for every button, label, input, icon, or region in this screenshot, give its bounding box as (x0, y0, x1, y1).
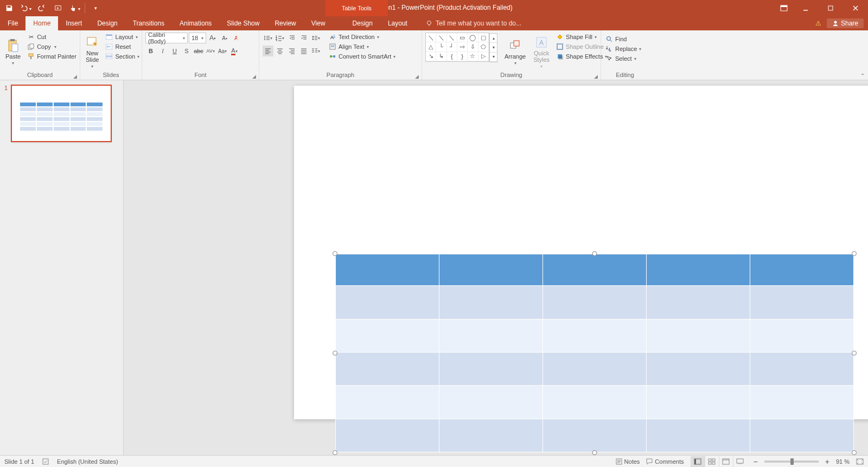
selection-handle-ne[interactable] (852, 251, 857, 256)
spellcheck-icon[interactable] (42, 458, 49, 465)
cut-button[interactable]: ✂Cut (26, 33, 78, 41)
shape-action-icon[interactable]: ▷ (478, 52, 489, 61)
paste-button[interactable]: Paste ▾ (3, 33, 23, 72)
tab-review[interactable]: Review (267, 16, 303, 30)
slide-canvas-area[interactable] (124, 80, 868, 455)
zoom-in-icon[interactable]: + (825, 457, 829, 466)
shape-l-icon[interactable]: └ (436, 42, 446, 52)
shape-brace-r-icon[interactable]: } (457, 52, 468, 61)
font-name-select[interactable]: Calibri (Body)▾ (145, 33, 188, 43)
normal-view-icon[interactable] (691, 456, 705, 467)
numbering-icon[interactable]: 123 (275, 33, 285, 43)
section-button[interactable]: Section (104, 52, 141, 61)
customize-qat-icon[interactable]: ▾ (90, 2, 101, 14)
zoom-slider-thumb[interactable] (790, 458, 794, 465)
tab-animations[interactable]: Animations (172, 16, 219, 30)
save-icon[interactable] (3, 2, 15, 14)
status-language[interactable]: English (United States) (57, 458, 118, 465)
ribbon-display-options-icon[interactable] (775, 0, 793, 16)
clipboard-launcher-icon[interactable]: ◢ (73, 74, 79, 79)
shape-roundrect-icon[interactable]: ▢ (478, 33, 489, 42)
find-button[interactable]: Find (604, 35, 646, 43)
font-color-icon[interactable]: A (229, 46, 240, 56)
reading-view-icon[interactable] (719, 456, 733, 467)
redo-icon[interactable] (36, 2, 48, 14)
tell-me-search[interactable]: Tell me what you want to do... (426, 16, 521, 30)
sorter-view-icon[interactable] (705, 456, 719, 467)
character-spacing-icon[interactable]: AV (205, 46, 216, 56)
align-left-icon[interactable] (263, 46, 273, 56)
convert-smartart-button[interactable]: Convert to SmartArt (328, 52, 397, 61)
maximize-icon[interactable] (818, 0, 843, 16)
selection-handle-nw[interactable] (333, 251, 337, 256)
columns-icon[interactable] (310, 46, 321, 56)
selection-handle-n[interactable] (592, 251, 597, 256)
status-slide-count[interactable]: Slide 1 of 1 (4, 458, 34, 465)
shape-connector-icon[interactable]: ↘ (426, 52, 436, 61)
tab-insert[interactable]: Insert (58, 16, 90, 30)
arrange-button[interactable]: Arrange ▾ (502, 33, 528, 72)
shapes-gallery-scroll[interactable]: ▴▾▾ (489, 33, 497, 62)
activation-alert-icon[interactable]: ⚠ (815, 20, 821, 27)
tab-home[interactable]: Home (25, 16, 58, 30)
shadow-icon[interactable]: S (181, 46, 192, 56)
share-button[interactable]: Share (827, 18, 864, 28)
shape-l2-icon[interactable]: ┘ (447, 42, 457, 52)
increase-indent-icon[interactable] (298, 33, 309, 43)
slide-thumbnail-panel[interactable]: 1 (0, 80, 124, 455)
inserted-table[interactable] (335, 254, 854, 452)
align-right-icon[interactable] (286, 46, 297, 56)
shape-line3-icon[interactable]: ＼ (447, 33, 457, 42)
reset-button[interactable]: Reset (104, 42, 141, 51)
align-text-button[interactable]: Align Text (328, 42, 397, 51)
shape-arrow-r-icon[interactable]: ⇨ (457, 42, 468, 52)
table-object[interactable] (335, 254, 854, 452)
replace-button[interactable]: abReplace (604, 44, 646, 53)
thumbnail-slide-1[interactable]: 1 (4, 85, 123, 142)
touch-mode-icon[interactable] (68, 2, 80, 14)
clear-formatting-icon[interactable]: A (231, 33, 242, 43)
shape-arrow-d-icon[interactable]: ⇩ (468, 42, 478, 52)
tab-view[interactable]: View (304, 16, 333, 30)
start-from-beginning-icon[interactable] (52, 2, 64, 14)
zoom-slider[interactable] (764, 460, 819, 463)
collapse-ribbon-icon[interactable]: ⌃ (860, 73, 865, 79)
selection-handle-s[interactable] (592, 450, 597, 455)
selection-handle-sw[interactable] (333, 450, 337, 455)
decrease-indent-icon[interactable] (286, 33, 297, 43)
change-case-icon[interactable]: Aa (217, 46, 228, 56)
select-button[interactable]: Select (604, 54, 646, 63)
tab-table-design[interactable]: Design (345, 16, 380, 30)
zoom-level[interactable]: 91 % (836, 458, 850, 465)
underline-icon[interactable]: U (169, 46, 180, 56)
quick-styles-button[interactable]: A Quick Styles ▾ (531, 33, 552, 72)
tab-table-layout[interactable]: Layout (380, 16, 415, 30)
bold-icon[interactable]: B (145, 46, 156, 56)
tab-transitions[interactable]: Transitions (125, 16, 172, 30)
shapes-gallery[interactable]: ＼ ＼ ＼ ▭ ◯ ▢ △ └ ┘ ⇨ ⇩ ⬠ ↘ ↳ { } ☆ (425, 33, 489, 62)
selection-handle-se[interactable] (852, 450, 857, 455)
shape-rect-icon[interactable]: ▭ (457, 33, 468, 42)
bullets-icon[interactable] (263, 33, 273, 43)
tab-file[interactable]: File (0, 16, 25, 30)
italic-icon[interactable]: I (157, 46, 168, 56)
font-launcher-icon[interactable]: ◢ (252, 74, 258, 79)
strikethrough-icon[interactable]: abc (193, 46, 204, 56)
text-direction-button[interactable]: AText Direction (328, 33, 397, 41)
shape-star-icon[interactable]: ☆ (468, 52, 478, 61)
paragraph-launcher-icon[interactable]: ◢ (415, 74, 420, 79)
shape-callout-icon[interactable]: ⬠ (478, 42, 489, 52)
new-slide-button[interactable]: ✶ New Slide ▾ (84, 33, 101, 72)
undo-icon[interactable] (20, 2, 31, 14)
close-icon[interactable] (843, 0, 868, 16)
selection-handle-e[interactable] (852, 351, 857, 356)
drawing-launcher-icon[interactable]: ◢ (594, 74, 599, 79)
tab-design[interactable]: Design (90, 16, 125, 30)
selection-handle-w[interactable] (333, 351, 337, 356)
increase-font-icon[interactable]: A▴ (207, 33, 218, 43)
minimize-icon[interactable] (793, 0, 818, 16)
align-center-icon[interactable] (275, 46, 285, 56)
decrease-font-icon[interactable]: A▾ (219, 33, 230, 43)
slideshow-view-icon[interactable] (733, 456, 747, 467)
shape-connector2-icon[interactable]: ↳ (436, 52, 446, 61)
